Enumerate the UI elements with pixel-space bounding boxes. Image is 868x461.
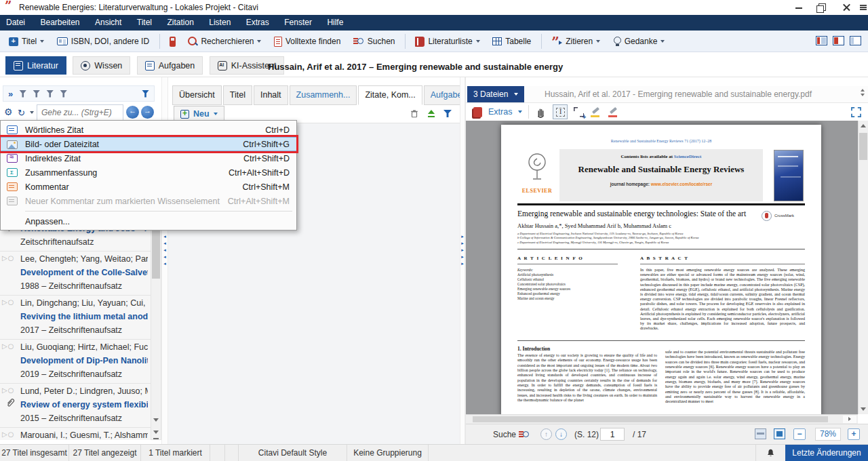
status-citation-style[interactable]: Citavi Default Style [239, 445, 347, 461]
scrollbar-thumb[interactable] [859, 133, 867, 160]
collapse-left-icons[interactable]: ◂◂◂◂◂ [162, 233, 167, 267]
zitieren-button[interactable]: Zitieren [547, 33, 605, 50]
menu-fenster[interactable]: Fenster [278, 15, 318, 31]
layout-two-panes-icon[interactable] [833, 36, 844, 45]
tabelle-button[interactable]: Tabelle [488, 33, 536, 50]
tab-literatur[interactable]: Literatur [5, 56, 66, 75]
gedanke-button[interactable]: Gedanke [608, 33, 670, 50]
suchen-button[interactable]: Suchen [349, 33, 400, 50]
tab-inhalt[interactable]: Inhalt [254, 85, 288, 105]
pdf-search-icon[interactable] [519, 430, 530, 440]
goto-input[interactable] [37, 104, 123, 121]
right-splitter[interactable]: ▸▸▸▸▸ [460, 77, 465, 444]
scroll-down-icon[interactable] [861, 407, 866, 411]
filter-group-icon[interactable] [46, 90, 54, 98]
trash-icon[interactable] [410, 108, 419, 119]
volltexte-button[interactable]: Volltexte finden [269, 33, 345, 50]
menu-item-woertliches-zitat[interactable]: Wörtliches Zitat Ctrl+D [1, 123, 296, 137]
menu-datei[interactable]: Datei [0, 15, 31, 31]
tab-aufgaben-orte[interactable]: Aufgaben,... [424, 85, 460, 105]
chevron-down-icon[interactable] [30, 111, 34, 114]
flag-circle-icons: ▷○ [2, 430, 14, 438]
tab-uebersicht[interactable]: Übersicht [172, 85, 222, 105]
previous-result-button[interactable] [540, 428, 552, 440]
scrollbar-thumb[interactable] [473, 416, 828, 422]
letzte-aenderungen-button[interactable]: Letzte Änderungen [785, 445, 868, 461]
forward-button[interactable] [141, 106, 154, 119]
scroll-up-icon[interactable] [861, 124, 866, 127]
menu-extras[interactable]: Extras [240, 15, 275, 31]
list-item[interactable]: ▷○ Liu, Guoqiang; Hirtz, Michael; Fuc De… [0, 340, 151, 384]
expand-chevrons-icon[interactable] [8, 89, 13, 98]
back-button[interactable] [126, 106, 139, 119]
literatur-icon [14, 61, 23, 71]
window-menu-icon[interactable] [857, 0, 868, 15]
red-highlighter-icon[interactable] [608, 106, 619, 118]
filter-category-icon[interactable] [19, 90, 26, 98]
next-result-button[interactable] [555, 428, 567, 440]
scroll-right-icon[interactable] [843, 416, 856, 423]
tab-aufgaben[interactable]: Aufgaben [137, 56, 203, 75]
scroll-down-icon[interactable] [153, 418, 159, 422]
tab-zusammenhang[interactable]: Zusammenh... [290, 85, 357, 105]
extras-button[interactable]: Extras [488, 107, 512, 117]
zoom-in-button[interactable] [848, 428, 860, 440]
collapse-right-icons[interactable]: ▸▸▸▸▸ [460, 233, 465, 267]
scroll-to-end-icon[interactable] [153, 430, 159, 434]
fit-width-icon[interactable] [755, 428, 766, 439]
zoom-out-button[interactable] [793, 428, 806, 440]
pdf-horizontal-scrollbar[interactable] [466, 414, 858, 424]
list-item[interactable]: ▷○ Lee, Chengteh; Yang, Weitao; Parr, De… [0, 252, 151, 296]
status-grouping[interactable]: Keine Gruppierung [347, 445, 429, 461]
isbn-doi-button[interactable]: ISBN, DOI, andere ID [52, 33, 154, 50]
collapse-all-icon[interactable] [427, 110, 435, 118]
list-item[interactable]: ▷○ Marouani, I.; Guesmi, T.; Alshamm [0, 428, 151, 440]
hand-tool-icon[interactable] [535, 106, 547, 118]
close-button[interactable] [835, 0, 857, 15]
search-icon [353, 37, 364, 46]
snapshot-tool-icon[interactable] [574, 107, 584, 117]
notifications-bell[interactable] [755, 445, 785, 461]
layout-one-pane-icon[interactable] [850, 36, 861, 45]
fit-page-icon[interactable] [774, 428, 785, 439]
menu-hilfe[interactable]: Hilfe [321, 15, 349, 31]
pdf-viewport[interactable]: Renewable and Sustainable Energy Reviews… [466, 121, 858, 414]
list-item[interactable]: ▷○ Lund, Peter D.; Lindgren, Juuso; Mi R… [0, 384, 151, 428]
recherchieren-button[interactable]: Recherchieren [183, 33, 266, 50]
files-dropdown-button[interactable]: 3 Dateien [467, 86, 524, 102]
tab-wissen[interactable]: Wissen [73, 56, 130, 75]
minimize-button[interactable] [788, 0, 810, 15]
menu-item-bild-oder-dateizitat[interactable]: Bild- oder Dateizitat Ctrl+Shift+G [1, 137, 296, 151]
filter-icon[interactable] [142, 90, 149, 98]
restore-button[interactable] [810, 0, 831, 15]
menu-bearbeiten[interactable]: Bearbeiten [34, 15, 85, 31]
tab-titel[interactable]: Titel [223, 85, 252, 105]
page-number-input[interactable] [600, 428, 625, 441]
menu-item-indirektes-zitat[interactable]: Indirektes Zitat Ctrl+Shift+D [1, 151, 296, 165]
filter-folder-icon[interactable] [60, 90, 67, 98]
menu-item-zusammenfassung[interactable]: Zusammenfassung Ctrl+Alt+Shift+D [1, 165, 296, 180]
fullscreen-icon[interactable] [851, 107, 861, 117]
header-collapse-icon[interactable] [861, 89, 865, 96]
menu-titel[interactable]: Titel [131, 15, 158, 31]
pdf-vertical-scrollbar[interactable] [858, 121, 868, 414]
zoom-level[interactable]: 78% [815, 428, 841, 441]
scrollbar-thumb[interactable] [152, 224, 160, 279]
menu-item-kommentar[interactable]: Kommentar Ctrl+Shift+M [1, 180, 296, 194]
tab-zitate-kommentare[interactable]: Zitate, Kom... [358, 85, 422, 105]
picker-button[interactable] [165, 33, 180, 50]
new-title-button[interactable]: Titel [4, 33, 49, 50]
filter-icon[interactable] [443, 110, 452, 117]
menu-item-anpassen[interactable]: Anpassen... [1, 214, 296, 228]
sort-refresh-icon[interactable] [18, 106, 25, 119]
text-select-tool-button[interactable] [553, 104, 568, 119]
filter-keyword-icon[interactable] [33, 90, 40, 98]
gear-icon[interactable] [4, 106, 13, 118]
yellow-highlighter-icon[interactable] [590, 106, 601, 118]
menu-listen[interactable]: Listen [203, 15, 237, 31]
menu-zitation[interactable]: Zitation [161, 15, 199, 31]
literaturliste-button[interactable]: Literaturliste [410, 33, 484, 50]
menu-ansicht[interactable]: Ansicht [89, 15, 127, 31]
list-item[interactable]: ▷○ Lin, Dingchang; Liu, Yayuan; Cui, Yi … [0, 296, 151, 340]
layout-three-panes-icon[interactable] [816, 36, 827, 45]
